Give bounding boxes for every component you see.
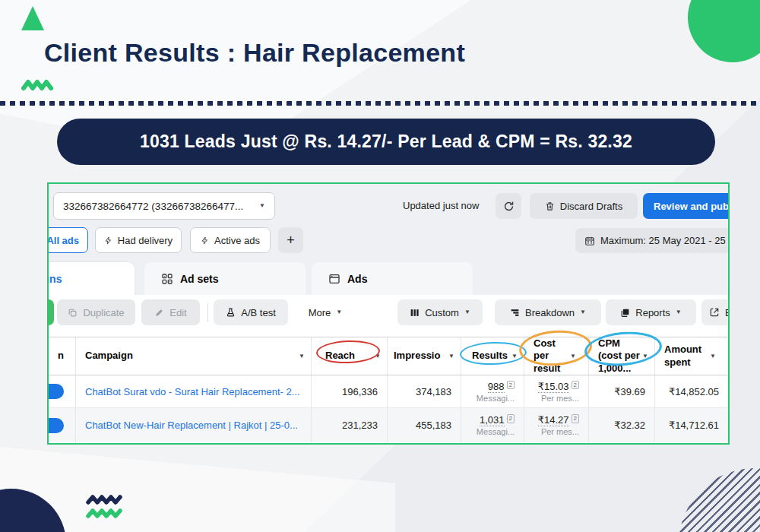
add-filter-button[interactable]: + bbox=[278, 227, 303, 253]
cost-per-result-value: ₹15.03 bbox=[538, 381, 569, 393]
caret-down-icon: ▼ bbox=[710, 353, 716, 359]
export-button[interactable]: Export bbox=[701, 299, 730, 325]
results-value: 1,031 bbox=[480, 414, 505, 426]
attribution-badge: 2 bbox=[572, 381, 579, 390]
cpm-value: ₹32.32 bbox=[614, 420, 645, 431]
tab-campaigns-label: Campaigns bbox=[47, 273, 62, 285]
column-header-impressions[interactable]: Impressio ▼ bbox=[388, 337, 461, 375]
attribution-badge: 2 bbox=[507, 381, 515, 390]
campaign-link[interactable]: ChatBot New-Hair Replacement | Rajkot | … bbox=[85, 420, 298, 431]
cost-per-result-sublabel: Per mes... bbox=[541, 427, 579, 436]
amount-spent-value: ₹14,712.61 bbox=[669, 420, 719, 431]
tab-ad-sets-label: Ad sets bbox=[180, 273, 219, 285]
grid-icon bbox=[161, 273, 173, 285]
caret-down-icon: ▼ bbox=[448, 353, 454, 359]
plus-icon: + bbox=[287, 233, 295, 249]
striped-circle-decoration bbox=[679, 468, 760, 532]
breakdown-label: Breakdown bbox=[525, 307, 575, 318]
duplicate-button[interactable]: Duplicate bbox=[57, 299, 135, 325]
discard-drafts-label: Discard Drafts bbox=[560, 201, 622, 212]
column-header-campaign[interactable]: Campaign ▼ bbox=[76, 337, 312, 375]
reports-label: Reports bbox=[635, 307, 670, 318]
more-label: More bbox=[309, 307, 331, 318]
cpm-value: ₹39.69 bbox=[614, 386, 645, 397]
impressions-value: 374,183 bbox=[416, 386, 451, 397]
column-header-toggle[interactable]: n bbox=[49, 337, 76, 375]
account-dropdown-label: 332667382664772 (33266738266477... bbox=[63, 201, 259, 212]
lightning-icon bbox=[104, 236, 112, 245]
ab-test-label: A/B test bbox=[241, 307, 276, 318]
results-value: 988 bbox=[488, 381, 505, 393]
attribution-badge: 2 bbox=[507, 414, 515, 423]
create-button-partial[interactable] bbox=[47, 299, 54, 325]
filter-had-delivery[interactable]: Had delivery bbox=[95, 227, 182, 253]
amount-spent-value: ₹14,852.05 bbox=[669, 386, 719, 397]
custom-label: Custom bbox=[425, 307, 459, 318]
reach-value: 196,336 bbox=[342, 386, 378, 397]
campaign-header-label: Campaign bbox=[85, 350, 297, 362]
table-row: ChatBot Surat vdo - Surat Hair Replaceme… bbox=[49, 375, 728, 408]
discard-drafts-button[interactable]: Discard Drafts bbox=[530, 193, 638, 219]
export-label: Export bbox=[725, 307, 730, 318]
results-sublabel: Messagi... bbox=[477, 394, 515, 403]
campaign-link[interactable]: ChatBot Surat vdo - Surat Hair Replaceme… bbox=[85, 386, 300, 397]
active-ads-label: Active ads bbox=[214, 235, 260, 246]
updated-status: Updated just now bbox=[403, 200, 479, 211]
breakdown-icon bbox=[510, 308, 520, 318]
refresh-button[interactable] bbox=[496, 193, 521, 219]
column-header-amount-spent[interactable]: Amount spent ▼ bbox=[655, 337, 728, 375]
tab-campaigns[interactable]: Campaigns bbox=[47, 262, 135, 296]
window-icon bbox=[328, 273, 340, 285]
campaign-toggle[interactable] bbox=[47, 384, 64, 399]
dotted-divider bbox=[0, 101, 760, 106]
review-and-publish-label: Review and publish bbox=[654, 201, 730, 212]
columns-icon bbox=[410, 308, 420, 318]
toolbar-divider bbox=[207, 303, 208, 321]
columns-custom-button[interactable]: Custom ▼ bbox=[397, 299, 483, 325]
ads-manager-screenshot: 332667382664772 (33266738266477... ▼ Upd… bbox=[47, 182, 730, 445]
reports-button[interactable]: Reports ▼ bbox=[606, 299, 696, 325]
lightning-icon bbox=[201, 236, 209, 245]
copy-icon bbox=[68, 308, 78, 318]
chevron-down-icon: ▼ bbox=[259, 203, 265, 209]
duplicate-label: Duplicate bbox=[83, 307, 124, 318]
impressions-header-label: Impressio bbox=[394, 350, 447, 362]
filter-all-ads[interactable]: All ads bbox=[47, 227, 88, 253]
export-icon bbox=[709, 307, 720, 318]
account-dropdown[interactable]: 332667382664772 (33266738266477... ▼ bbox=[53, 192, 275, 220]
all-ads-label: All ads bbox=[47, 235, 79, 246]
triangle-decoration bbox=[21, 6, 44, 30]
trash-icon bbox=[545, 201, 555, 211]
edit-button[interactable]: Edit bbox=[141, 299, 200, 325]
caret-down-icon: ▼ bbox=[676, 309, 682, 315]
tab-ads[interactable]: Ads bbox=[312, 262, 473, 296]
cost-per-result-sublabel: Per mes... bbox=[541, 394, 579, 403]
edit-label: Edit bbox=[169, 307, 186, 318]
page-title: Client Results : Hair Replacement bbox=[44, 38, 465, 68]
amount-spent-header-label: Amount spent bbox=[664, 344, 708, 369]
calendar-icon bbox=[584, 236, 595, 246]
attribution-badge: 2 bbox=[572, 414, 579, 423]
reach-value: 231,233 bbox=[342, 420, 378, 431]
caret-down-icon: ▼ bbox=[299, 353, 305, 359]
filter-active-ads[interactable]: Active ads bbox=[190, 227, 271, 253]
date-range-button[interactable]: Maximum: 25 May 2021 - 25 bbox=[575, 228, 730, 253]
more-button[interactable]: More ▼ bbox=[302, 299, 349, 325]
impressions-value: 455,183 bbox=[416, 420, 451, 431]
pencil-icon bbox=[154, 308, 164, 318]
review-and-publish-button[interactable]: Review and publish bbox=[643, 193, 730, 219]
table-row: ChatBot New-Hair Replacement | Rajkot | … bbox=[49, 408, 728, 442]
breakdown-button[interactable]: Breakdown ▼ bbox=[495, 299, 601, 325]
ab-test-button[interactable]: A/B test bbox=[214, 299, 288, 325]
cost-per-result-value: ₹14.27 bbox=[538, 414, 569, 426]
caret-down-icon: ▼ bbox=[464, 309, 470, 315]
reports-icon bbox=[620, 308, 630, 318]
page-canvas: Client Results : Hair Replacement 1031 L… bbox=[0, 0, 760, 532]
squiggle-decoration bbox=[21, 77, 58, 93]
squiggle-decoration bbox=[86, 493, 124, 507]
circle-decoration bbox=[688, 0, 760, 62]
refresh-icon bbox=[503, 201, 515, 212]
tab-ad-sets[interactable]: Ad sets bbox=[144, 262, 306, 296]
results-banner: 1031 Leads Just @ Rs. 14.27/- Per Lead &… bbox=[57, 119, 715, 165]
campaign-toggle[interactable] bbox=[47, 418, 64, 433]
